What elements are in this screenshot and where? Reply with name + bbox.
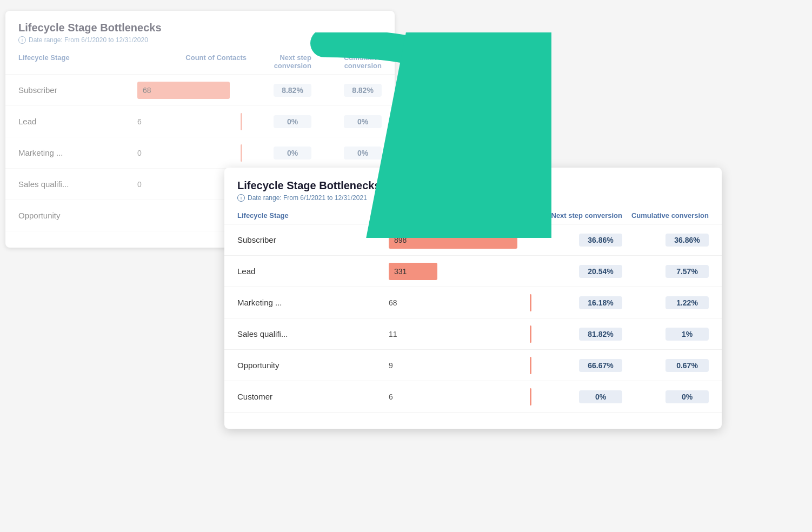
bar-count: 898 (394, 236, 407, 244)
pct-badge-cum: 1% (665, 328, 709, 341)
fg-col-nextstep: Next step conversion (536, 211, 622, 220)
fg-col-count: Count of (389, 211, 536, 220)
pct-badge-cum: 0% (665, 390, 709, 403)
fg-card-header: Lifecycle Stage Bottlenecks i Date range… (224, 179, 722, 211)
bar-cell: 331 (389, 263, 536, 280)
fg-col-cumulative: Cumulative conversion (622, 211, 709, 220)
fg-card: Lifecycle Stage Bottlenecks i Date range… (224, 168, 722, 429)
table-row: Opportunity 9 66.67% 0.67% (224, 350, 722, 381)
table-row: Marketing ... 68 16.18% 1.22% (224, 287, 722, 318)
fg-date-range-text: Date range: From 6/1/2021 to 12/31/2021 (248, 194, 367, 202)
row-label: Marketing ... (237, 298, 389, 307)
pct-cell-cum: 1.22% (622, 296, 709, 309)
pct-badge-cum: 1.22% (665, 296, 709, 309)
bar-count: 6 (389, 393, 393, 401)
table-row: Sales qualifi... 11 81.82% 1% (224, 318, 722, 350)
bar-count: 9 (389, 361, 393, 370)
tiny-bar (530, 294, 531, 311)
bar-count: 331 (394, 267, 407, 276)
pct-cell: 20.54% (536, 265, 622, 278)
pct-cell-cum: 1% (622, 328, 709, 341)
pct-cell-cum: 0.67% (622, 359, 709, 372)
pct-badge-cum: 7.57% (665, 265, 709, 278)
pct-cell: 36.86% (536, 234, 622, 247)
pct-badge-next: 0% (579, 390, 622, 403)
pct-cell: 81.82% (536, 328, 622, 341)
row-label: Subscriber (237, 235, 389, 244)
row-label: Sales qualifi... (237, 329, 389, 338)
table-row: Lead 331 20.54% 7.57% (224, 256, 722, 287)
row-label: Lead (237, 267, 389, 276)
tiny-bar (530, 357, 531, 374)
pct-badge-cum: 36.86% (665, 234, 709, 247)
pct-badge-next: 20.54% (579, 265, 622, 278)
pct-badge-next: 81.82% (579, 328, 622, 341)
fg-card-title: Lifecycle Stage Bottlenecks (237, 179, 709, 192)
pct-badge-cum: 0.67% (665, 359, 709, 372)
tiny-bar (530, 388, 531, 405)
table-row: Customer 6 0% 0% (224, 381, 722, 413)
pct-cell: 16.18% (536, 296, 622, 309)
fg-col-lifecycle: Lifecycle Stage (237, 211, 389, 220)
pct-cell: 0% (536, 390, 622, 403)
bar-count: 11 (389, 330, 397, 338)
pct-badge-next: 16.18% (579, 296, 622, 309)
pct-cell-cum: 36.86% (622, 234, 709, 247)
row-label: Customer (237, 392, 389, 401)
fg-info-icon: i (237, 194, 245, 202)
bar-count: 68 (389, 298, 397, 307)
pct-badge-next: 36.86% (579, 234, 622, 247)
bar-cell: 11 (389, 325, 536, 343)
bar-cell: 898 (389, 231, 536, 249)
pct-badge-next: 66.67% (579, 359, 622, 372)
bar-cell: 9 (389, 357, 536, 374)
pct-cell-cum: 7.57% (622, 265, 709, 278)
fg-table-header: Lifecycle Stage Count of Next step conve… (224, 211, 722, 224)
bar-cell: 6 (389, 388, 536, 405)
tiny-bar (530, 325, 531, 343)
pct-cell: 66.67% (536, 359, 622, 372)
bar: 898 (389, 231, 517, 249)
row-label: Opportunity (237, 361, 389, 370)
bar-cell: 68 (389, 294, 536, 311)
fg-date-range: i Date range: From 6/1/2021 to 12/31/202… (237, 194, 709, 202)
pct-cell-cum: 0% (622, 390, 709, 403)
table-row: Subscriber 898 36.86% 36.86% (224, 224, 722, 256)
bar: 331 (389, 263, 437, 280)
